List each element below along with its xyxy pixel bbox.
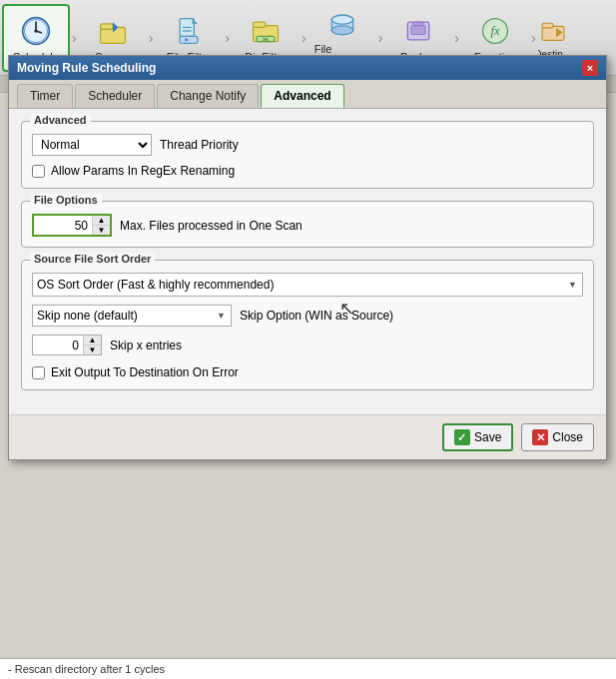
status-text: - Rescan directory after 1 cycles [8,663,165,675]
spinbox-arrows: ▲ ▼ [92,216,110,235]
arrow-icon: › [223,30,232,46]
allow-params-label: Allow Params In RegEx Renaming [51,164,235,178]
allow-params-checkbox[interactable] [32,165,45,178]
source-sort-content: OS Sort Order (Fast & highly recommended… [32,273,583,379]
dialog-titlebar: Moving Rule Scheduling × [9,56,606,80]
svg-rect-25 [413,22,424,26]
svg-point-4 [34,29,38,33]
exit-output-checkbox[interactable] [32,366,45,379]
tab-advanced[interactable]: Advanced [261,84,343,108]
svg-rect-29 [542,23,553,28]
file-options-group-title: File Options [30,194,102,206]
dialog-close-button[interactable]: × [582,60,598,76]
exit-output-label: Exit Output To Destination On Error [51,365,239,379]
max-files-spinbox[interactable]: ▲ ▼ [32,214,112,237]
source-sort-group: Source File Sort Order OS Sort Order (Fa… [21,260,594,390]
close-label: Close [552,430,583,444]
source-sort-group-title: Source File Sort Order [30,253,155,265]
skip-option-row: Skip none (default) Skip first n Skip la… [32,305,583,327]
svg-text:fx: fx [491,24,500,38]
sort-order-wrapper: OS Sort Order (Fast & highly recommended… [32,273,583,297]
skip-option-label: Skip Option (WIN as Source) [240,309,393,323]
file-options-group: File Options ▲ ▼ Max. Files processed in… [21,201,594,248]
skip-spinbox-up-arrow[interactable]: ▲ [84,336,101,345]
skip-spinbox-down-arrow[interactable]: ▼ [84,345,101,354]
skip-entries-label: Skip x entries [110,339,182,352]
arrow-icon: › [452,30,461,46]
status-bar: - Rescan directory after 1 cycles [0,658,616,679]
dialog-content: Advanced Normal High Low Real Time Threa… [9,109,606,414]
thread-priority-row: Normal High Low Real Time Thread Priorit… [32,134,583,156]
arrow-icon: › [147,30,156,46]
clock-icon [18,13,54,49]
backup-icon [400,13,436,49]
dir-filter-icon [248,13,284,49]
arrow-icon: › [376,30,385,46]
svg-point-22 [331,15,352,24]
skip-spinbox-arrows: ▲ ▼ [83,336,101,354]
function-icon: fx [477,13,513,49]
max-files-input[interactable] [34,216,92,235]
spinbox-up-arrow[interactable]: ▲ [93,216,110,226]
tab-scheduler[interactable]: Scheduler [75,84,155,108]
svg-rect-24 [411,25,425,34]
close-button[interactable]: ✕ Close [521,423,594,451]
tab-timer[interactable]: Timer [17,84,73,108]
thread-priority-select[interactable]: Normal High Low Real Time [32,134,152,156]
save-check-icon: ✓ [454,429,470,445]
arrow-icon: › [529,30,538,46]
arrow-icon: › [70,30,79,46]
sort-order-select[interactable]: OS Sort Order (Fast & highly recommended… [32,273,583,297]
advanced-group: Advanced Normal High Low Real Time Threa… [21,121,594,189]
max-files-label: Max. Files processed in One Scan [120,219,303,233]
skip-select-wrapper: Skip none (default) Skip first n Skip la… [32,305,232,327]
save-label: Save [474,430,501,444]
destination-icon [539,15,567,49]
dialog: Moving Rule Scheduling × Timer Scheduler… [8,55,607,460]
skip-entries-input[interactable] [33,336,83,354]
save-button[interactable]: ✓ Save [442,423,513,451]
svg-point-21 [331,25,352,34]
source-icon [95,13,131,49]
skip-entries-row: ▲ ▼ Skip x entries [32,335,583,355]
advanced-group-title: Advanced [30,114,91,126]
exit-output-row: Exit Output To Destination On Error [32,365,583,379]
advanced-group-content: Normal High Low Real Time Thread Priorit… [32,134,583,178]
skip-option-select[interactable]: Skip none (default) Skip first n Skip la… [32,305,232,327]
close-x-icon: ✕ [532,429,548,445]
file-memory-icon [324,9,360,41]
skip-entries-spinbox[interactable]: ▲ ▼ [32,335,102,355]
file-filter-icon [171,13,207,49]
dialog-title: Moving Rule Scheduling [17,61,156,75]
svg-rect-15 [254,22,266,27]
svg-rect-6 [100,23,112,28]
allow-params-checkbox-label[interactable]: Allow Params In RegEx Renaming [32,164,583,178]
thread-priority-label: Thread Priority [160,138,239,152]
spinbox-down-arrow[interactable]: ▼ [93,226,110,235]
dialog-footer: ✓ Save ✕ Close [9,414,606,459]
dialog-tabs: Timer Scheduler Change Notify Advanced [9,80,606,109]
file-options-content: ▲ ▼ Max. Files processed in One Scan [32,214,583,237]
tab-change-notify[interactable]: Change Notify [157,84,259,108]
exit-output-checkbox-label[interactable]: Exit Output To Destination On Error [32,365,583,379]
arrow-icon: › [300,30,308,46]
max-files-row: ▲ ▼ Max. Files processed in One Scan [32,214,583,237]
